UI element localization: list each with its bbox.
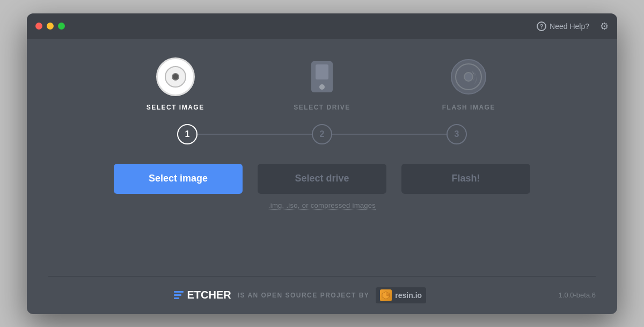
step-3-label: FLASH IMAGE <box>442 104 495 111</box>
step-2: SELECT DRIVE <box>248 55 395 111</box>
select-drive-button[interactable]: Select drive <box>258 164 386 194</box>
flash-svg <box>449 57 488 96</box>
etcher-line-1 <box>174 291 184 293</box>
step-num-1: 1 <box>177 124 197 144</box>
svg-point-2 <box>319 84 325 90</box>
resin-logo-icon <box>380 289 392 301</box>
step-2-icon <box>301 55 343 98</box>
resin-badge: resin.io <box>376 287 426 303</box>
etcher-logo: ETCHER <box>174 289 231 301</box>
version-text: 1.0.0-beta.6 <box>559 291 596 299</box>
help-label: Need Help? <box>550 22 589 31</box>
svg-rect-1 <box>316 64 328 79</box>
step-num-3: 3 <box>447 124 467 144</box>
flash-button[interactable]: Flash! <box>401 164 530 194</box>
footer-divider <box>48 276 596 277</box>
steps-header: SELECT IMAGE SELECT DRIVE <box>102 55 542 111</box>
footer-center: ETCHER IS AN OPEN SOURCE PROJECT BY resi… <box>48 287 552 303</box>
step-3-icon <box>447 55 490 98</box>
progress-row: 1 2 3 <box>102 124 542 144</box>
minimize-button[interactable] <box>47 23 54 30</box>
hint-text: .img, .iso, or compressed images <box>268 201 376 209</box>
help-icon: ? <box>537 21 546 31</box>
step-1: SELECT IMAGE <box>102 55 248 111</box>
step-1-label: SELECT IMAGE <box>147 104 204 111</box>
main-content: SELECT IMAGE SELECT DRIVE <box>27 39 617 276</box>
cd-inner <box>165 66 186 88</box>
etcher-lines-icon <box>174 291 184 299</box>
titlebar: ? Need Help? ⚙ <box>27 13 617 39</box>
traffic-lights <box>35 23 65 30</box>
open-source-text: IS AN OPEN SOURCE PROJECT BY <box>238 292 370 299</box>
cd-hole <box>172 73 179 81</box>
resin-label: resin.io <box>395 291 422 300</box>
brand-name: ETCHER <box>187 289 231 301</box>
close-button[interactable] <box>35 23 42 30</box>
hdd-svg <box>308 60 336 93</box>
etcher-line-2 <box>174 294 181 296</box>
progress-nodes: 1 2 3 <box>177 124 467 144</box>
select-image-button[interactable]: Select image <box>114 164 243 194</box>
titlebar-right: ? Need Help? ⚙ <box>532 19 609 33</box>
svg-point-5 <box>464 72 473 81</box>
cd-icon <box>156 57 195 96</box>
step-3: FLASH IMAGE <box>396 55 542 111</box>
maximize-button[interactable] <box>58 23 65 30</box>
etcher-line-3 <box>174 297 179 299</box>
resin-cube-svg <box>381 290 391 300</box>
help-button[interactable]: ? Need Help? <box>532 19 594 33</box>
buttons-row: Select image Select drive Flash! <box>114 164 530 194</box>
app-window: ? Need Help? ⚙ SELECT IMAGE <box>27 13 617 314</box>
hdd-icon <box>303 57 341 96</box>
step-2-label: SELECT DRIVE <box>294 104 350 111</box>
settings-icon[interactable]: ⚙ <box>600 21 609 31</box>
footer-content: ETCHER IS AN OPEN SOURCE PROJECT BY resi… <box>48 287 596 303</box>
footer: ETCHER IS AN OPEN SOURCE PROJECT BY resi… <box>27 276 617 314</box>
step-num-2: 2 <box>312 124 332 144</box>
step-1-icon <box>154 55 197 98</box>
